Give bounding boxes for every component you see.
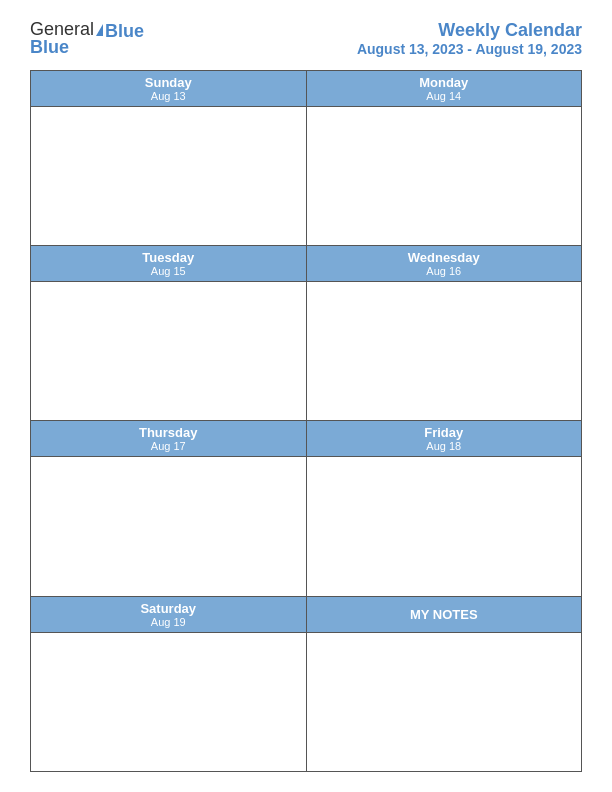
monday-content[interactable] xyxy=(307,107,582,245)
thursday-date: Aug 17 xyxy=(31,440,306,452)
logo-blue: Blue xyxy=(30,38,103,58)
notes-content[interactable] xyxy=(307,633,582,771)
tuesday-header: Tuesday Aug 15 xyxy=(31,246,307,281)
friday-date: Aug 18 xyxy=(307,440,582,452)
row-4: Saturday Aug 19 MY NOTES xyxy=(31,597,581,771)
saturday-name: Saturday xyxy=(31,601,306,616)
saturday-header: Saturday Aug 19 xyxy=(31,597,307,632)
row-4-headers: Saturday Aug 19 MY NOTES xyxy=(31,597,581,633)
friday-header: Friday Aug 18 xyxy=(307,421,582,456)
monday-name: Monday xyxy=(307,75,582,90)
saturday-date: Aug 19 xyxy=(31,616,306,628)
wednesday-date: Aug 16 xyxy=(307,265,582,277)
monday-header: Monday Aug 14 xyxy=(307,71,582,106)
row-2: Tuesday Aug 15 Wednesday Aug 16 xyxy=(31,246,581,421)
wednesday-name: Wednesday xyxy=(307,250,582,265)
sunday-name: Sunday xyxy=(31,75,306,90)
notes-header: MY NOTES xyxy=(307,597,582,632)
row-1: Sunday Aug 13 Monday Aug 14 xyxy=(31,71,581,246)
monday-date: Aug 14 xyxy=(307,90,582,102)
tuesday-date: Aug 15 xyxy=(31,265,306,277)
saturday-content[interactable] xyxy=(31,633,307,771)
calendar-title: Weekly Calendar xyxy=(357,20,582,41)
wednesday-header: Wednesday Aug 16 xyxy=(307,246,582,281)
row-3: Thursday Aug 17 Friday Aug 18 xyxy=(31,421,581,596)
sunday-date: Aug 13 xyxy=(31,90,306,102)
calendar-grid: Sunday Aug 13 Monday Aug 14 Tuesday Aug … xyxy=(30,70,582,772)
row-2-contents xyxy=(31,282,581,420)
header: General Blue Blue Weekly Calendar August… xyxy=(30,20,582,58)
row-2-headers: Tuesday Aug 15 Wednesday Aug 16 xyxy=(31,246,581,282)
tuesday-content[interactable] xyxy=(31,282,307,420)
calendar-date-range: August 13, 2023 - August 19, 2023 xyxy=(357,41,582,57)
thursday-name: Thursday xyxy=(31,425,306,440)
row-1-contents xyxy=(31,107,581,245)
friday-name: Friday xyxy=(307,425,582,440)
logo: General Blue xyxy=(30,20,103,58)
notes-label: MY NOTES xyxy=(410,607,478,622)
row-3-contents xyxy=(31,457,581,595)
thursday-header: Thursday Aug 17 xyxy=(31,421,307,456)
header-right: Weekly Calendar August 13, 2023 - August… xyxy=(357,20,582,57)
row-3-headers: Thursday Aug 17 Friday Aug 18 xyxy=(31,421,581,457)
sunday-content[interactable] xyxy=(31,107,307,245)
logo-triangle-icon xyxy=(96,24,103,36)
row-4-contents xyxy=(31,633,581,771)
tuesday-name: Tuesday xyxy=(31,250,306,265)
page: General Blue Blue Weekly Calendar August… xyxy=(0,0,612,792)
thursday-content[interactable] xyxy=(31,457,307,595)
row-1-headers: Sunday Aug 13 Monday Aug 14 xyxy=(31,71,581,107)
sunday-header: Sunday Aug 13 xyxy=(31,71,307,106)
friday-content[interactable] xyxy=(307,457,582,595)
wednesday-content[interactable] xyxy=(307,282,582,420)
logo-blue: Blue xyxy=(105,21,144,42)
